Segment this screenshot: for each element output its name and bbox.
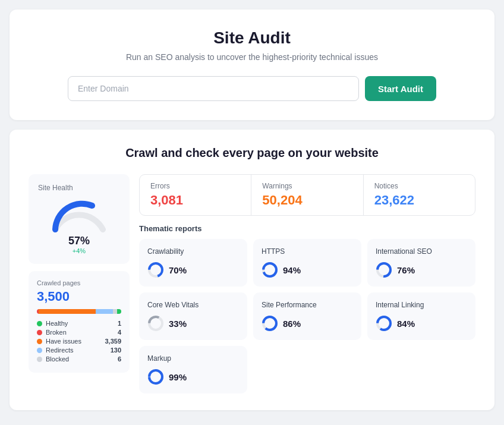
report-percent: 84% (397, 319, 415, 329)
thematic-label: Thematic reports (139, 224, 475, 233)
legend-count: 6 (118, 355, 121, 363)
page-title: Site Audit (33, 29, 471, 48)
donut-svg (262, 315, 278, 332)
right-column: Errors 3,081 Warnings 50,204 Notices 23,… (139, 174, 475, 393)
report-stat: 86% (262, 315, 353, 332)
gauge-chart (49, 197, 109, 232)
legend-dot (37, 348, 42, 353)
start-audit-button[interactable]: Start Audit (365, 76, 436, 101)
legend-item: Have issues 3,359 (37, 338, 121, 345)
legend-name: Redirects (46, 347, 73, 354)
report-stat: 33% (147, 315, 239, 332)
dashboard: Site Health 57% +4% Crawled pages 3,500 (29, 174, 475, 393)
legend-name: Blocked (46, 355, 69, 363)
legend-dot (37, 330, 42, 335)
report-title: Core Web Vitals (147, 301, 239, 309)
legend-name: Broken (46, 329, 67, 336)
donut-chart (147, 315, 164, 332)
donut-svg (376, 262, 392, 278)
donut-chart (376, 262, 392, 278)
site-health-label: Site Health (38, 184, 120, 192)
left-column: Site Health 57% +4% Crawled pages 3,500 (29, 174, 130, 373)
page-subtitle: Run an SEO analysis to uncover the highe… (33, 52, 471, 62)
donut-chart (147, 369, 164, 385)
bar-segment (39, 309, 96, 314)
site-health-card: Site Health 57% +4% (29, 174, 130, 264)
gauge-delta: +4% (38, 247, 120, 254)
crawled-label: Crawled pages (37, 279, 121, 287)
legend-item: Redirects 130 (37, 347, 121, 354)
metric-box: Warnings 50,204 (251, 175, 363, 215)
legend-count: 130 (111, 347, 121, 354)
legend-dot (37, 339, 42, 344)
metric-box: Notices 23,622 (364, 175, 475, 215)
report-percent: 33% (169, 319, 187, 329)
report-percent: 94% (283, 265, 301, 275)
bar-segment (113, 309, 117, 314)
report-card[interactable]: International SEO 76% (367, 239, 475, 287)
metrics-row: Errors 3,081 Warnings 50,204 Notices 23,… (139, 174, 475, 216)
crawled-count: 3,500 (37, 289, 121, 304)
svg-point-13 (149, 370, 162, 383)
donut-svg (147, 262, 164, 278)
report-title: Markup (147, 354, 239, 363)
donut-chart (147, 262, 164, 278)
report-card[interactable]: HTTPS 94% (253, 239, 361, 287)
report-percent: 86% (283, 319, 301, 329)
metric-label: Warnings (262, 182, 352, 190)
donut-svg (376, 315, 392, 332)
search-row: Start Audit (68, 76, 436, 101)
donut-svg (262, 262, 278, 278)
gauge-percent: 57% (38, 235, 120, 247)
donut-svg (147, 369, 164, 385)
report-card[interactable]: Core Web Vitals 33% (139, 292, 247, 340)
report-stat: 94% (262, 262, 353, 278)
crawled-pages-card: Crawled pages 3,500 Healthy 1 Broken 4 H… (29, 271, 130, 373)
metric-value: 50,204 (262, 193, 352, 208)
legend-item: Broken 4 (37, 329, 121, 336)
section-title: Crawl and check every page on your websi… (29, 146, 475, 160)
legend-count: 3,359 (105, 338, 121, 345)
report-percent: 99% (169, 372, 187, 382)
report-percent: 76% (397, 265, 415, 275)
metric-label: Notices (374, 182, 464, 190)
top-card: Site Audit Run an SEO analysis to uncove… (10, 10, 494, 120)
legend-dot (37, 321, 42, 326)
report-card[interactable]: Site Performance 86% (253, 292, 361, 340)
legend-item: Blocked 6 (37, 355, 121, 363)
report-title: HTTPS (262, 247, 353, 256)
main-card: Crawl and check every page on your websi… (10, 130, 494, 410)
donut-chart (262, 315, 278, 332)
report-title: Crawlability (147, 247, 239, 256)
metric-label: Errors (150, 182, 240, 190)
bar-segment (117, 309, 121, 314)
legend-item: Healthy 1 (37, 320, 121, 327)
domain-input[interactable] (68, 76, 359, 101)
donut-svg (147, 315, 164, 332)
report-stat: 76% (376, 262, 467, 278)
report-title: International SEO (376, 247, 467, 256)
report-title: Site Performance (262, 301, 353, 309)
report-card[interactable]: Internal Linking 84% (367, 292, 475, 340)
metric-box: Errors 3,081 (140, 175, 251, 215)
bar-stack (37, 309, 121, 314)
report-stat: 99% (147, 369, 239, 385)
report-percent: 70% (169, 265, 187, 275)
bar-segment (96, 309, 112, 314)
legend-list: Healthy 1 Broken 4 Have issues 3,359 Red… (37, 320, 121, 363)
legend-name: Have issues (46, 338, 81, 345)
legend-name: Healthy (46, 320, 68, 327)
donut-chart (376, 315, 392, 332)
donut-chart (262, 262, 278, 278)
report-card[interactable]: Crawlability 70% (139, 239, 247, 287)
gauge-svg (49, 197, 109, 232)
metric-value: 3,081 (150, 193, 240, 208)
report-stat: 70% (147, 262, 239, 278)
report-title: Internal Linking (376, 301, 467, 309)
legend-dot (37, 357, 42, 362)
report-grid: Crawlability 70% HTTPS 94% International… (139, 239, 475, 393)
metric-value: 23,622 (374, 193, 464, 208)
report-stat: 84% (376, 315, 467, 332)
report-card[interactable]: Markup 99% (139, 346, 247, 393)
legend-count: 4 (118, 329, 121, 336)
